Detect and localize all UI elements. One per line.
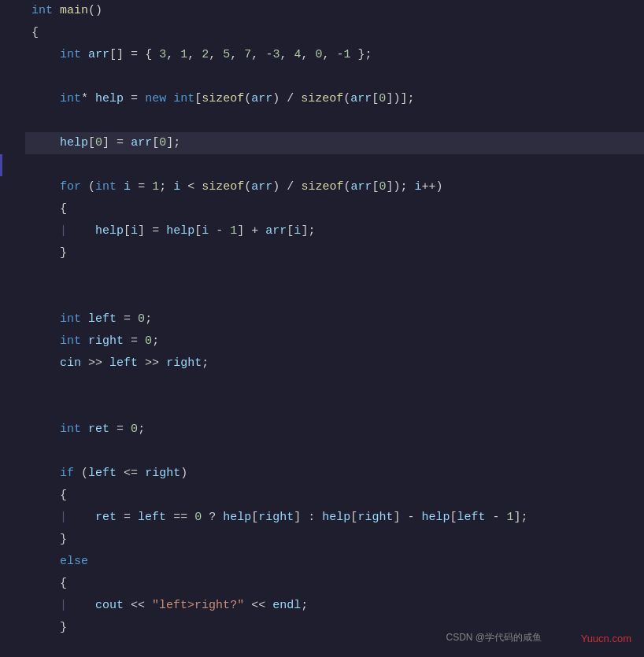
line-content-14	[25, 286, 644, 308]
kw-if: if	[60, 467, 74, 480]
gutter-bar-27	[0, 573, 2, 595]
var-arr2: arr	[131, 136, 152, 149]
line-content-17: cin >> left >> right;	[25, 352, 644, 375]
var-cin: cin	[60, 356, 81, 370]
gutter-bar-4	[0, 66, 2, 88]
gutter-26	[0, 551, 25, 573]
gutter-1	[0, 0, 25, 22]
line-content-6	[25, 110, 644, 132]
keyword-int: int	[31, 4, 53, 17]
gutter-bar-24	[0, 507, 2, 529]
gutter-16	[0, 330, 25, 352]
brace-close-if: }	[60, 533, 67, 546]
gutter-bar-8	[0, 154, 2, 176]
var-arr: arr	[88, 48, 109, 61]
code-line-28: | cout << "left>right?" << endl;	[0, 595, 644, 617]
code-line-17: cin >> left >> right;	[0, 352, 644, 375]
gutter-bar-15	[0, 308, 2, 330]
code-line-3: int arr[] = { 3, 1, 2, 5, 7, -3, 4, 0, -…	[0, 44, 644, 66]
watermark: Yuucn.com	[581, 633, 631, 644]
gutter-bar-1	[0, 0, 2, 22]
var-help3: help	[95, 224, 124, 238]
line-content-16: int right = 0;	[25, 330, 644, 352]
code-line-18	[0, 375, 644, 397]
kw-int3: int	[173, 92, 194, 105]
gutter-19	[0, 397, 25, 419]
gutter-13	[0, 264, 25, 286]
line-content-8	[25, 154, 644, 176]
gutter-bar-20	[0, 419, 2, 441]
line-content-25: }	[25, 529, 644, 551]
code-line-2: {	[0, 22, 644, 44]
gutter-3	[0, 44, 25, 66]
gutter-bar-6	[0, 110, 2, 132]
gutter-bar-12	[0, 242, 2, 264]
kw-new: new	[145, 92, 166, 105]
kw-for: for	[60, 180, 81, 194]
gutter-28	[0, 595, 25, 617]
gutter-bar-7	[0, 132, 2, 154]
gutter-bar-22	[0, 463, 2, 485]
line-content-29: }	[25, 617, 644, 639]
brace-open-if: {	[60, 489, 67, 502]
gutter-29	[0, 617, 25, 639]
var-ret2: ret	[95, 511, 117, 524]
str-left-right: "left>right?"	[152, 599, 244, 612]
kw-int2: int	[60, 92, 81, 105]
code-line-5: int* help = new int[sizeof(arr) / sizeof…	[0, 88, 644, 110]
code-line-27: {	[0, 573, 644, 595]
code-line-7: help[0] = arr[0];	[0, 132, 644, 154]
gutter-14	[0, 286, 25, 308]
kw-else: else	[60, 555, 88, 568]
code-line-23: {	[0, 485, 644, 507]
line-content-26: else	[25, 551, 644, 573]
code-line-22: if (left <= right)	[0, 463, 644, 485]
gutter-25	[0, 529, 25, 551]
line-content-9: for (int i = 1; i < sizeof(arr) / sizeof…	[25, 176, 644, 198]
line-content-21	[25, 441, 644, 463]
gutter-7	[0, 132, 25, 154]
code-line-13	[0, 264, 644, 286]
gutter-bar-28	[0, 595, 2, 617]
code-line-1: int main()	[0, 0, 644, 22]
line-content-18	[25, 375, 644, 397]
gutter-8	[0, 154, 25, 176]
gutter-23	[0, 485, 25, 507]
code-editor: int main() { int arr[] = { 3, 1, 2, 5, 7…	[0, 0, 644, 657]
code-line-25: }	[0, 529, 644, 551]
gutter-5	[0, 88, 25, 110]
brace-open: {	[31, 26, 39, 39]
brace-close-for: }	[60, 246, 67, 260]
code-line-12: }	[0, 242, 644, 264]
line-content-23: {	[25, 485, 644, 507]
gutter-bar-23	[0, 485, 2, 507]
gutter-bar-5	[0, 88, 2, 110]
gutter-bar-3	[0, 44, 2, 66]
line-content-28: | cout << "left>right?" << endl;	[25, 595, 644, 617]
var-help2: help	[60, 136, 88, 149]
brace-close-else: }	[60, 621, 67, 634]
line-content-3: int arr[] = { 3, 1, 2, 5, 7, -3, 4, 0, -…	[25, 44, 644, 66]
line-content-15: int left = 0;	[25, 308, 644, 330]
gutter-bar-16	[0, 330, 2, 352]
code-line-8	[0, 154, 644, 176]
code-line-14	[0, 286, 644, 308]
code-line-20: int ret = 0;	[0, 419, 644, 441]
function-main: main	[60, 4, 88, 17]
gutter-20	[0, 419, 25, 441]
line-content-24: | ret = left == 0 ? help[right] : help[r…	[25, 507, 644, 529]
code-line-16: int right = 0;	[0, 330, 644, 352]
brace-open-for: {	[60, 202, 67, 216]
gutter-24	[0, 507, 25, 529]
code-line-6	[0, 110, 644, 132]
line-content-5: int* help = new int[sizeof(arr) / sizeof…	[25, 88, 644, 110]
line-content-2: {	[25, 22, 644, 44]
punct: {	[145, 48, 152, 61]
punct: []	[109, 48, 124, 61]
gutter-11	[0, 220, 25, 242]
gutter-27	[0, 573, 25, 595]
gutter-12	[0, 242, 25, 264]
line-content-20: int ret = 0;	[25, 419, 644, 441]
op: =	[131, 48, 138, 61]
gutter-21	[0, 441, 25, 463]
